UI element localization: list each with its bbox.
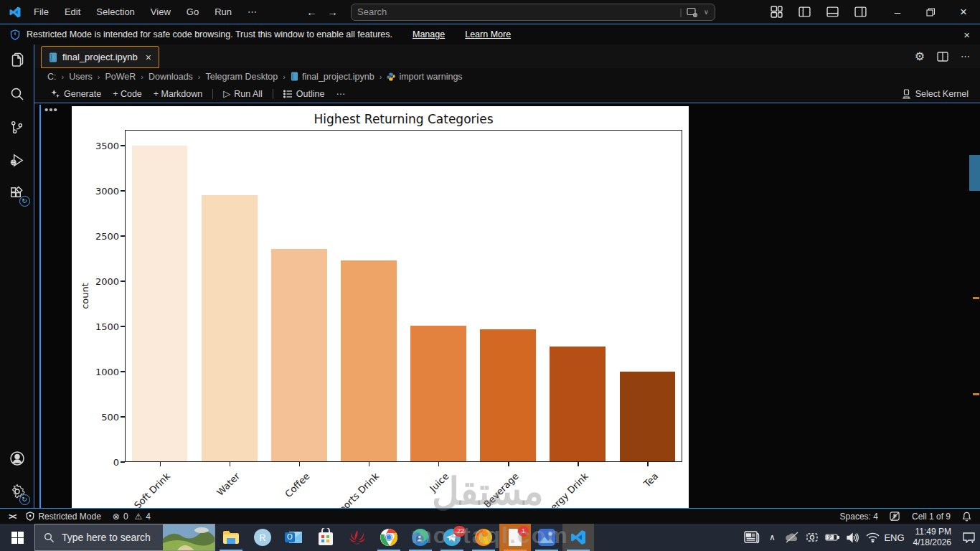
- tray-volume-icon[interactable]: [844, 524, 861, 551]
- breadcrumb-item[interactable]: Telegram Desktop: [206, 72, 278, 82]
- tray-language-indicator[interactable]: ENG: [884, 524, 904, 551]
- menu-file[interactable]: File: [27, 4, 55, 19]
- manage-link[interactable]: Manage: [413, 29, 445, 39]
- breadcrumb-separator: ›: [98, 72, 100, 81]
- activity-run-debug-icon[interactable]: [0, 143, 34, 176]
- minimize-button[interactable]: –: [881, 0, 914, 24]
- breadcrumb-item[interactable]: Users: [69, 72, 93, 82]
- notebook-icon: [49, 52, 57, 62]
- search-options-icon[interactable]: [687, 7, 698, 17]
- tray-onedrive-off-icon[interactable]: [783, 524, 801, 551]
- banner-close-icon[interactable]: ×: [963, 29, 970, 41]
- activity-settings-icon[interactable]: ↻: [0, 475, 34, 508]
- taskbar-app-r-app[interactable]: R: [247, 524, 278, 551]
- tray-clock[interactable]: 11:49 PM4/18/2026: [908, 527, 957, 548]
- svg-text:O: O: [287, 533, 293, 541]
- taskbar-app-huawei[interactable]: [341, 524, 373, 551]
- taskbar-app-edge[interactable]: [405, 524, 436, 551]
- tray-cast-icon[interactable]: [804, 524, 821, 551]
- generate-button[interactable]: Generate: [44, 88, 107, 100]
- tray-widgets-icon[interactable]: [743, 524, 760, 551]
- tray-chevron-up-icon[interactable]: ∧: [763, 524, 781, 551]
- tray-battery-icon[interactable]: [824, 524, 841, 551]
- taskbar-app-outlook[interactable]: O: [278, 524, 310, 551]
- menu-run[interactable]: Run: [208, 4, 238, 19]
- activity-explorer-icon[interactable]: [0, 44, 34, 77]
- problems-status[interactable]: ⊗0 ⚠4: [107, 509, 156, 524]
- overview-ruler-warning-mark: [973, 297, 979, 299]
- taskbar-app-vscode[interactable]: [562, 524, 594, 551]
- breadcrumb-item[interactable]: C:: [47, 72, 57, 82]
- notifications-bell-icon[interactable]: [956, 512, 980, 522]
- search-highlight-image[interactable]: [163, 524, 215, 550]
- tab-final-project[interactable]: final_project.ipynb ×: [41, 46, 159, 68]
- taskbar-app-firefox[interactable]: [468, 524, 499, 551]
- customize-layout-icon[interactable]: [771, 6, 783, 18]
- breadcrumb-item[interactable]: PoWeR: [105, 72, 136, 82]
- tray-wifi-icon[interactable]: [864, 524, 881, 551]
- close-window-button[interactable]: ×: [947, 0, 980, 24]
- warning-icon: ⚠: [135, 512, 143, 522]
- breadcrumb-item[interactable]: Downloads: [149, 72, 193, 82]
- taskbar-app-telegram[interactable]: .22: [436, 524, 468, 551]
- menu-selection[interactable]: Selection: [90, 4, 141, 19]
- menu-[interactable]: ⋯: [241, 4, 263, 19]
- restore-button[interactable]: [914, 0, 947, 24]
- tray-action-center-icon[interactable]: [960, 524, 977, 551]
- remote-indicator[interactable]: ><: [0, 509, 20, 524]
- nav-forward-icon[interactable]: →: [327, 6, 338, 18]
- outline-button[interactable]: Outline: [278, 88, 331, 100]
- activity-extensions-icon[interactable]: ↻: [0, 176, 34, 209]
- activity-search-icon[interactable]: [0, 77, 34, 110]
- taskbar-app-photos[interactable]: [531, 524, 562, 551]
- menu-edit[interactable]: Edit: [58, 4, 87, 19]
- split-editor-icon[interactable]: [937, 51, 948, 62]
- taskbar-search-input[interactable]: Type here to search: [34, 524, 215, 551]
- accessibility-icon[interactable]: [884, 512, 906, 522]
- add-markdown-button[interactable]: + Markdown: [148, 88, 208, 100]
- taskbar-app-document[interactable]: 1: [499, 524, 531, 551]
- activity-bar: ↻↻: [0, 44, 34, 508]
- menu-view[interactable]: View: [144, 4, 177, 19]
- scrollbar-thumb[interactable]: [969, 155, 980, 191]
- learn-more-link[interactable]: Learn More: [465, 29, 511, 39]
- tab-bar: final_project.ipynb × ⚙ ⋯: [34, 44, 980, 68]
- nav-back-icon[interactable]: ←: [306, 6, 317, 18]
- start-button[interactable]: [0, 524, 34, 551]
- toolbar-more-icon[interactable]: ⋯: [330, 87, 351, 100]
- title-bar: FileEditSelectionViewGoRun⋯ ← → Search |…: [0, 0, 980, 24]
- taskbar-app-store[interactable]: [310, 524, 341, 551]
- menu-go[interactable]: Go: [180, 4, 205, 19]
- x-tick-label: Beverage: [481, 471, 521, 508]
- run-all-button[interactable]: ▷ Run All: [217, 87, 268, 100]
- search-label: Search: [357, 6, 387, 17]
- y-tick-label: 3000: [83, 186, 119, 197]
- restricted-mode-status[interactable]: Restricted Mode: [20, 509, 106, 524]
- toggle-sidebar-icon[interactable]: [798, 6, 811, 18]
- taskbar-app-explorer[interactable]: [215, 524, 247, 551]
- y-tick-mark: [121, 326, 125, 326]
- command-center-search[interactable]: Search | ∨: [351, 4, 715, 21]
- status-bar: >< Restricted Mode ⊗0 ⚠4 Spaces: 4 Cell …: [0, 508, 980, 524]
- toggle-panel-icon[interactable]: [826, 6, 839, 18]
- notification-badge: .22: [453, 526, 466, 537]
- active-cell-indicator: [39, 105, 41, 508]
- menu-bar: FileEditSelectionViewGoRun⋯: [27, 4, 263, 19]
- cell-position-indicator[interactable]: Cell 1 of 9: [906, 512, 956, 522]
- cell-more-actions-icon[interactable]: •••: [44, 103, 58, 116]
- activity-source-control-icon[interactable]: [0, 110, 34, 143]
- more-actions-icon[interactable]: ⋯: [961, 51, 970, 62]
- taskbar-app-chrome[interactable]: [373, 524, 405, 551]
- select-kernel-button[interactable]: Select Kernel: [902, 89, 969, 99]
- activity-account-icon[interactable]: [0, 442, 34, 475]
- toggle-secondary-sidebar-icon[interactable]: [854, 6, 867, 18]
- breadcrumb-item[interactable]: import warnings: [387, 72, 462, 82]
- tab-close-icon[interactable]: ×: [146, 52, 151, 63]
- breadcrumb-separator: ›: [198, 72, 201, 81]
- breadcrumb-separator: ›: [141, 72, 143, 81]
- spaces-indicator[interactable]: Spaces: 4: [834, 512, 884, 522]
- add-code-button[interactable]: + Code: [107, 88, 148, 100]
- settings-gear-icon[interactable]: ⚙: [915, 50, 925, 63]
- chevron-down-icon[interactable]: ∨: [704, 8, 709, 16]
- breadcrumb-item[interactable]: final_project.ipynb: [291, 72, 374, 82]
